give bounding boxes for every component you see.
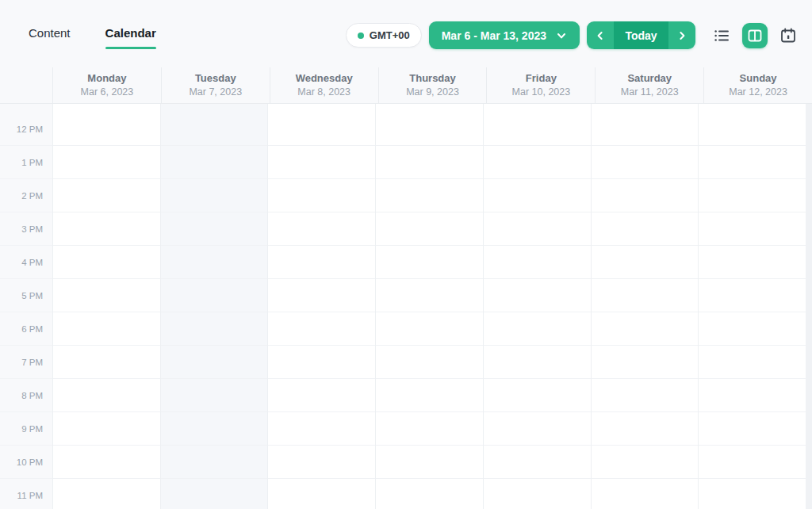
time-slot[interactable] xyxy=(699,179,806,212)
time-slot[interactable] xyxy=(268,113,375,146)
time-slot[interactable] xyxy=(699,279,806,312)
time-slot[interactable] xyxy=(268,412,375,446)
time-slot[interactable] xyxy=(53,479,160,509)
time-slot[interactable] xyxy=(53,312,160,346)
time-slot[interactable] xyxy=(161,479,268,509)
time-slot[interactable] xyxy=(592,346,699,379)
time-slot[interactable] xyxy=(53,279,160,312)
time-slot[interactable] xyxy=(53,246,160,279)
time-slot[interactable] xyxy=(161,279,268,312)
day-name: Sunday xyxy=(740,72,777,85)
time-slot[interactable] xyxy=(699,479,806,509)
time-slot[interactable] xyxy=(376,113,483,146)
scrollbar-track[interactable] xyxy=(806,104,812,509)
time-slot[interactable] xyxy=(161,113,268,146)
time-slot[interactable] xyxy=(161,446,268,479)
time-slot[interactable] xyxy=(699,379,806,412)
time-slot[interactable] xyxy=(161,379,268,412)
time-slot[interactable] xyxy=(376,312,483,346)
time-slot[interactable] xyxy=(161,412,268,446)
time-slot[interactable] xyxy=(699,212,806,246)
time-slot[interactable] xyxy=(376,479,483,509)
time-slot[interactable] xyxy=(53,113,160,146)
time-slot[interactable] xyxy=(268,446,375,479)
time-slot[interactable] xyxy=(699,412,806,446)
time-slot[interactable] xyxy=(592,179,699,212)
time-slot[interactable] xyxy=(484,379,591,412)
time-slot[interactable] xyxy=(53,179,160,212)
time-slot[interactable] xyxy=(376,146,483,179)
time-slot[interactable] xyxy=(268,279,375,312)
time-slot[interactable] xyxy=(484,146,591,179)
time-slot[interactable] xyxy=(268,312,375,346)
time-slot[interactable] xyxy=(484,479,591,509)
time-slot[interactable] xyxy=(376,179,483,212)
time-slot[interactable] xyxy=(699,446,806,479)
month-view-button[interactable] xyxy=(776,23,801,48)
time-slot[interactable] xyxy=(592,246,699,279)
time-slot[interactable] xyxy=(161,346,268,379)
time-slot[interactable] xyxy=(484,246,591,279)
time-slot[interactable] xyxy=(53,212,160,246)
time-slot[interactable] xyxy=(592,412,699,446)
time-slot[interactable] xyxy=(484,179,591,212)
today-button[interactable]: Today xyxy=(614,21,668,49)
next-week-button[interactable] xyxy=(668,21,695,49)
time-slot[interactable] xyxy=(484,113,591,146)
timezone-badge: GMT+00 xyxy=(346,23,422,48)
time-slot[interactable] xyxy=(376,412,483,446)
time-slot[interactable] xyxy=(592,479,699,509)
time-slot[interactable] xyxy=(53,146,160,179)
time-slot[interactable] xyxy=(161,246,268,279)
time-slot[interactable] xyxy=(53,379,160,412)
time-slot[interactable] xyxy=(592,212,699,246)
time-slot[interactable] xyxy=(268,479,375,509)
time-slot[interactable] xyxy=(592,379,699,412)
time-slot[interactable] xyxy=(376,446,483,479)
time-slot[interactable] xyxy=(484,312,591,346)
tab-calendar[interactable]: Calendar xyxy=(105,26,156,49)
time-slot[interactable] xyxy=(484,412,591,446)
time-slot[interactable] xyxy=(268,246,375,279)
time-slot[interactable] xyxy=(592,312,699,346)
time-slot[interactable] xyxy=(161,312,268,346)
day-date: Mar 6, 2023 xyxy=(81,86,134,99)
view-switcher xyxy=(709,23,801,48)
time-slot[interactable] xyxy=(53,446,160,479)
time-slot[interactable] xyxy=(592,446,699,479)
time-slot[interactable] xyxy=(699,246,806,279)
time-slot[interactable] xyxy=(161,212,268,246)
time-slot[interactable] xyxy=(268,179,375,212)
previous-week-button[interactable] xyxy=(587,21,614,49)
time-slot[interactable] xyxy=(484,279,591,312)
time-slot[interactable] xyxy=(268,346,375,379)
time-slot[interactable] xyxy=(268,212,375,246)
time-slot[interactable] xyxy=(484,346,591,379)
time-slot[interactable] xyxy=(699,146,806,179)
time-slot[interactable] xyxy=(484,446,591,479)
time-slot[interactable] xyxy=(699,346,806,379)
time-slot[interactable] xyxy=(53,346,160,379)
time-slot[interactable] xyxy=(268,146,375,179)
time-slot[interactable] xyxy=(161,179,268,212)
tab-content[interactable]: Content xyxy=(29,26,71,49)
date-range-dropdown[interactable]: Mar 6 - Mar 13, 2023 xyxy=(429,21,580,49)
time-slot[interactable] xyxy=(376,379,483,412)
time-slot[interactable] xyxy=(699,113,806,146)
time-slot[interactable] xyxy=(699,312,806,346)
time-slot[interactable] xyxy=(592,279,699,312)
time-slot[interactable] xyxy=(376,346,483,379)
time-slot[interactable] xyxy=(592,113,699,146)
list-view-button[interactable] xyxy=(709,23,734,48)
time-slot[interactable] xyxy=(592,146,699,179)
time-slot[interactable] xyxy=(53,412,160,446)
time-slot[interactable] xyxy=(376,279,483,312)
time-slot[interactable] xyxy=(376,246,483,279)
time-slot[interactable] xyxy=(376,212,483,246)
time-label: 6 PM xyxy=(0,312,52,346)
time-slot[interactable] xyxy=(161,146,268,179)
time-slot[interactable] xyxy=(484,212,591,246)
week-view-button[interactable] xyxy=(742,23,768,48)
day-header: Tuesday Mar 7, 2023 xyxy=(161,67,270,103)
time-slot[interactable] xyxy=(268,379,375,412)
